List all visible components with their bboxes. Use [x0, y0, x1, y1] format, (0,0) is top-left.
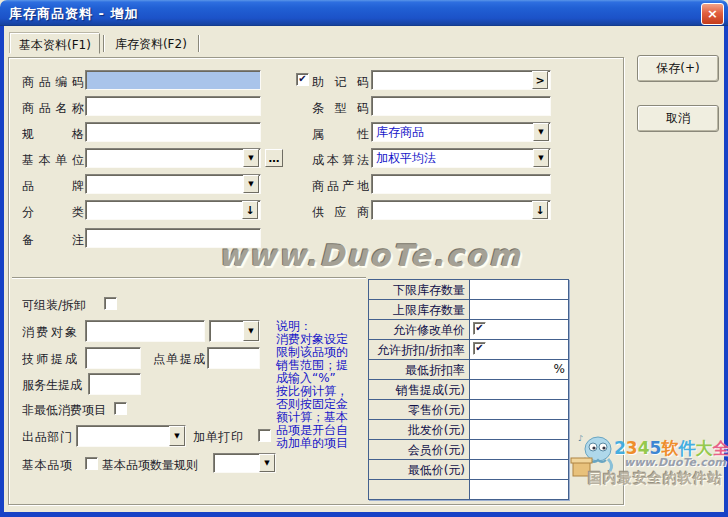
row-label: 最低折扣率 — [369, 360, 469, 379]
label-department: 出品部门 — [22, 429, 72, 444]
category-input[interactable] — [85, 200, 261, 220]
mnemonic-input[interactable] — [371, 70, 551, 90]
label-attribute: 属 性 — [312, 126, 369, 141]
check-icon: ✔ — [298, 73, 306, 84]
tech-commission-input[interactable] — [85, 347, 141, 369]
order-commission-input[interactable] — [207, 347, 260, 369]
titlebar[interactable]: 库存商品资料 - 增加 × — [0, 0, 728, 26]
table-row: 最低价(元) — [369, 460, 568, 480]
waiter-commission-input[interactable] — [88, 373, 141, 395]
basic-item-rule-dropdown-button[interactable]: ▼ — [259, 454, 275, 472]
barcode-input[interactable] — [371, 96, 551, 116]
close-button[interactable]: × — [701, 3, 724, 25]
table-row: 批发价(元) — [369, 420, 568, 440]
label-basic-item: 基本品项 — [22, 457, 72, 472]
mnemonic-checkbox[interactable]: ✔ — [296, 73, 309, 86]
table-row: 最低折扣率 % — [369, 360, 568, 380]
wholesale-price-input[interactable] — [469, 420, 568, 439]
non-minimum-checkbox[interactable] — [114, 402, 127, 415]
close-icon: × — [707, 6, 718, 21]
dropdown-arrow-icon: ▼ — [538, 129, 543, 136]
retail-price-input[interactable] — [469, 400, 568, 419]
min-discount-input[interactable]: % — [469, 360, 568, 379]
dropdown-arrow-icon: ▼ — [538, 155, 543, 162]
tab-stock-info[interactable]: 库存资料(F2) — [107, 33, 195, 54]
consumer-input[interactable] — [85, 320, 205, 342]
allow-discount-checkbox[interactable]: ✔ — [473, 342, 486, 355]
dropdown-arrow-icon: ▼ — [248, 155, 253, 162]
table-row: 上限库存数量 — [369, 300, 568, 320]
window-border-bottom — [0, 512, 728, 517]
label-order-commission: 点单提成 — [153, 351, 205, 366]
origin-input[interactable] — [371, 174, 551, 194]
assemble-checkbox[interactable] — [104, 297, 117, 310]
basic-unit-dropdown-button[interactable]: ▼ — [243, 149, 259, 167]
dropdown-arrow-icon: ▼ — [264, 460, 269, 467]
row-label: 零售价(元) — [369, 400, 469, 419]
allow-discount-cell: ✔ — [469, 340, 568, 359]
label-brand: 品 牌 — [22, 178, 84, 193]
tab-bar: 基本资料(F1) 库存资料(F2) — [10, 33, 202, 54]
label-product-code: 商品编码 — [22, 74, 84, 89]
basic-item-checkbox[interactable] — [85, 457, 98, 470]
spec-input[interactable] — [85, 122, 261, 142]
dialog-window: 库存商品资料 - 增加 × 基本资料(F1) 库存资料(F2) 商品编码 商品名… — [0, 0, 728, 517]
category-list-button[interactable]: ↓ — [242, 201, 258, 219]
cost-method-dropdown-button[interactable]: ▼ — [533, 149, 549, 167]
department-dropdown-button[interactable]: ▼ — [169, 426, 185, 446]
table-row — [369, 480, 568, 499]
attribute-dropdown-button[interactable]: ▼ — [533, 123, 549, 141]
row-label: 下限库存数量 — [369, 280, 469, 299]
empty-row-input[interactable] — [469, 480, 568, 499]
attribute-combo[interactable] — [371, 122, 551, 142]
row-label — [369, 480, 469, 499]
mnemonic-expand-button[interactable]: > — [532, 71, 548, 89]
table-row: 允许折扣/折扣率 ✔ — [369, 340, 568, 360]
corner-watermark-url: www.DuoTe.com — [624, 456, 726, 469]
label-origin: 商品产地 — [312, 178, 369, 193]
cost-method-combo[interactable] — [371, 148, 551, 168]
price-table: 下限库存数量 上限库存数量 允许修改单价 ✔ 允许折扣/折扣率 ✔ 最低折扣 — [368, 279, 569, 500]
label-assemble: 可组装/拆卸 — [22, 297, 98, 312]
lower-stock-input[interactable] — [469, 280, 568, 299]
list-down-icon: ↓ — [535, 205, 544, 216]
brand-combo[interactable] — [85, 174, 261, 194]
check-icon: ✔ — [475, 322, 483, 333]
upper-stock-input[interactable] — [469, 300, 568, 319]
label-mnemonic: 助 记 码 — [312, 74, 369, 89]
cancel-button[interactable]: 取消 — [637, 105, 719, 132]
row-label: 上限库存数量 — [369, 300, 469, 319]
consumer-dropdown-button[interactable]: ▼ — [243, 321, 259, 341]
ellipsis-icon: … — [269, 153, 280, 164]
dropdown-arrow-icon: ▼ — [174, 433, 179, 440]
row-label: 批发价(元) — [369, 420, 469, 439]
product-code-input[interactable] — [85, 70, 261, 90]
percent-suffix: % — [554, 362, 565, 376]
member-price-input[interactable] — [469, 440, 568, 459]
section-divider — [12, 277, 366, 279]
sales-commission-input[interactable] — [469, 380, 568, 399]
label-consumer: 消费对象 — [22, 324, 77, 339]
basic-unit-more-button[interactable]: … — [265, 149, 283, 167]
allow-price-edit-checkbox[interactable]: ✔ — [473, 322, 486, 335]
label-waiter-commission: 服务生提成 — [22, 377, 86, 392]
save-button[interactable]: 保存(+) — [637, 55, 719, 82]
note-text: 说明： 消费对象设定 限制该品项的 销售范围；提 成输入“%” 按比例计算， 否… — [276, 320, 368, 450]
min-price-input[interactable] — [469, 460, 568, 479]
add-print-checkbox[interactable] — [258, 429, 271, 442]
list-down-icon: ↓ — [245, 205, 254, 216]
table-row: 零售价(元) — [369, 400, 568, 420]
supplier-input[interactable] — [371, 200, 551, 220]
label-category: 分 类 — [22, 204, 84, 219]
basic-unit-combo[interactable] — [85, 148, 261, 168]
remark-input[interactable] — [85, 228, 261, 248]
brand-dropdown-button[interactable]: ▼ — [243, 175, 259, 193]
supplier-list-button[interactable]: ↓ — [532, 201, 548, 219]
product-name-input[interactable] — [85, 96, 261, 116]
row-label: 最低价(元) — [369, 460, 469, 479]
tab-basic-info[interactable]: 基本资料(F1) — [10, 33, 100, 54]
window-border-right — [724, 26, 728, 517]
window-title: 库存商品资料 - 增加 — [9, 5, 138, 23]
label-add-print: 加单打印 — [193, 429, 243, 444]
label-spec: 规 格 — [22, 126, 84, 141]
